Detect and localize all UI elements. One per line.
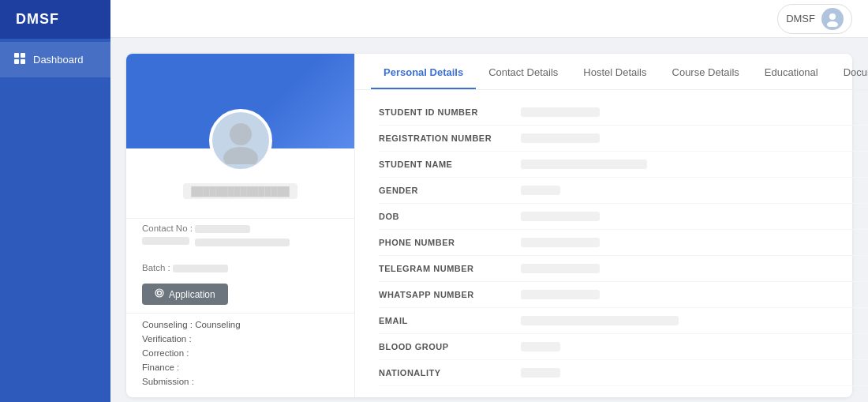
- submission-label: Submission :: [142, 377, 194, 386]
- field-nationality: NATIONALITY: [379, 360, 868, 386]
- field-val-student-id: [521, 107, 600, 117]
- student-card: ████████████████ Contact No : Batch :: [126, 54, 852, 397]
- svg-rect-0: [14, 53, 19, 58]
- field-val-dob: [521, 212, 600, 221]
- sidebar-item-dashboard[interactable]: Dashboard: [0, 42, 110, 77]
- field-label-email: EMAIL: [379, 316, 521, 325]
- topbar-user[interactable]: DMSF: [777, 4, 852, 34]
- contact-value: [195, 225, 250, 233]
- field-email: EMAIL: [379, 308, 868, 334]
- field-label-blood-group: BLOOD GROUP: [379, 342, 521, 351]
- main-area: DMSF: [110, 0, 868, 402]
- svg-point-5: [827, 21, 838, 27]
- field-label-nationality: NATIONALITY: [379, 368, 521, 378]
- field-val-phone: [521, 238, 600, 247]
- settings-icon: [155, 288, 164, 300]
- status-list: Counseling : Counseling Verification : C…: [126, 313, 354, 397]
- personal-fields: STUDENT ID NUMBER REGISTRATION NUMBER ST…: [355, 90, 868, 397]
- svg-rect-3: [21, 59, 25, 64]
- topbar-username: DMSF: [786, 13, 815, 24]
- profile-name: ████████████████: [183, 183, 297, 199]
- tab-course[interactable]: Course Details: [660, 54, 752, 89]
- status-verification: Verification :: [142, 334, 339, 344]
- profile-contact-fields: Contact No :: [126, 218, 354, 258]
- status-counseling: Counseling : Counseling: [142, 320, 339, 329]
- content: ████████████████ Contact No : Batch :: [110, 38, 868, 402]
- finance-label: Finance :: [142, 363, 179, 372]
- tab-contact[interactable]: Contact Details: [476, 54, 571, 89]
- sidebar-item-label: Dashboard: [33, 54, 84, 66]
- svg-point-4: [829, 13, 836, 20]
- field-val-blood-group: [521, 342, 560, 351]
- field-val-nationality: [521, 368, 560, 378]
- status-correction: Correction :: [142, 348, 339, 358]
- profile-avatar: [209, 109, 272, 172]
- contact-label: Contact No :: [142, 224, 193, 233]
- field-label-phone: PHONE NUMBER: [379, 238, 521, 247]
- batch-label: Batch :: [142, 263, 170, 272]
- batch-row: Batch :: [126, 258, 354, 280]
- verification-label: Verification :: [142, 334, 192, 344]
- tab-personal[interactable]: Personal Details: [371, 54, 476, 89]
- counseling-value: Counseling: [195, 320, 241, 329]
- field-label-student-name: STUDENT NAME: [379, 160, 521, 169]
- sidebar: DMSF Dashboard: [0, 0, 110, 402]
- field-val-registration: [521, 133, 600, 143]
- field-label-dob: DOB: [379, 212, 521, 221]
- field-dob: DOB: [379, 204, 868, 230]
- tabs: Personal Details Contact Details Hostel …: [355, 54, 868, 90]
- field-val-student-name: [521, 160, 647, 169]
- field-registration: REGISTRATION NUMBER: [379, 126, 868, 152]
- field-blood-group: BLOOD GROUP: [379, 334, 868, 360]
- avatar: [821, 8, 844, 30]
- detail-panel: Personal Details Contact Details Hostel …: [355, 54, 868, 397]
- svg-rect-1: [21, 53, 25, 58]
- field-phone: PHONE NUMBER: [379, 230, 868, 256]
- topbar: DMSF: [110, 0, 868, 38]
- application-button[interactable]: Application: [142, 284, 228, 305]
- profile-banner: [126, 54, 354, 148]
- field-label-registration: REGISTRATION NUMBER: [379, 133, 521, 143]
- field-whatsapp: WHATSAPP NUMBER: [379, 282, 868, 308]
- profile-panel: ████████████████ Contact No : Batch :: [126, 54, 355, 397]
- svg-point-6: [230, 123, 252, 145]
- svg-point-8: [158, 291, 162, 295]
- svg-point-9: [155, 289, 163, 297]
- counseling-label: Counseling :: [142, 320, 195, 329]
- correction-label: Correction :: [142, 348, 189, 358]
- contact-field: Contact No :: [142, 224, 339, 233]
- field-label-student-id: STUDENT ID NUMBER: [379, 107, 521, 117]
- field-student-name: STUDENT NAME: [379, 152, 868, 178]
- tab-document[interactable]: Document: [831, 54, 868, 89]
- svg-point-7: [223, 147, 258, 164]
- field-val-telegram: [521, 264, 600, 273]
- field-label-gender: GENDER: [379, 186, 521, 195]
- field-student-id: STUDENT ID NUMBER: [379, 100, 868, 126]
- field-label-whatsapp: WHATSAPP NUMBER: [379, 290, 521, 299]
- svg-rect-2: [14, 59, 19, 64]
- tab-educational[interactable]: Educational: [752, 54, 831, 89]
- field-label-telegram: TELEGRAM NUMBER: [379, 264, 521, 273]
- field-gender: GENDER: [379, 178, 868, 204]
- sidebar-logo: DMSF: [0, 0, 110, 39]
- batch-value: [173, 265, 228, 272]
- email-field-value: [195, 239, 290, 246]
- status-finance: Finance :: [142, 363, 339, 372]
- field-telegram: TELEGRAM NUMBER: [379, 256, 868, 282]
- email-field-row: [142, 237, 339, 246]
- tab-hostel[interactable]: Hostel Details: [571, 54, 659, 89]
- field-val-email: [521, 316, 679, 325]
- field-val-gender: [521, 186, 560, 195]
- field-val-whatsapp: [521, 290, 600, 299]
- application-btn-label: Application: [169, 289, 215, 300]
- grid-icon: [14, 53, 25, 66]
- status-submission: Submission :: [142, 377, 339, 386]
